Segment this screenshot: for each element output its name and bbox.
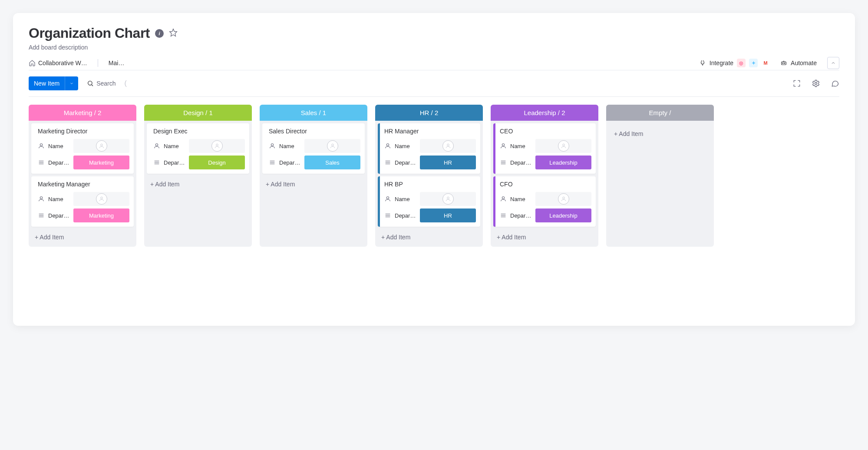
add-item-button[interactable]: + Add Item (147, 176, 249, 189)
search-icon (87, 80, 94, 87)
avatar-placeholder-icon (558, 193, 569, 205)
integration-icon-2: ✦ (749, 59, 758, 67)
kanban-card[interactable]: Sales Director Name Depart… Sales (262, 123, 365, 174)
svg-point-18 (216, 144, 218, 146)
tab-workspace-label: Collaborative W… (38, 60, 87, 66)
add-item-button[interactable]: + Add Item (262, 176, 365, 189)
gmail-icon: M (761, 59, 770, 67)
automate-label: Automate (791, 60, 817, 66)
svg-point-33 (447, 197, 449, 199)
column-header[interactable]: HR / 2 (375, 105, 483, 121)
list-icon (500, 212, 507, 219)
kanban-board: Marketing / 2 Marketing Director Name De… (29, 105, 839, 255)
add-item-button[interactable]: + Add Item (493, 229, 596, 242)
user-icon (500, 142, 507, 149)
chat-icon[interactable] (831, 79, 839, 88)
integrate-label: Integrate (710, 60, 733, 66)
new-item-dropdown[interactable] (65, 76, 78, 90)
integrate-button[interactable]: Integrate ◎ ✦ M (699, 59, 770, 67)
column-marketing: Marketing / 2 Marketing Director Name De… (29, 105, 136, 247)
integration-icon-1: ◎ (737, 59, 746, 67)
list-icon (500, 159, 507, 166)
robot-icon (780, 60, 787, 66)
name-field-value[interactable] (535, 192, 591, 206)
kanban-card[interactable]: CFO Name Depart… Leadership (493, 176, 596, 227)
chevron-up-icon (831, 60, 836, 66)
list-icon (38, 159, 45, 166)
user-icon (153, 142, 160, 149)
collapse-header-button[interactable] (827, 57, 839, 69)
name-field-label: Name (279, 143, 301, 149)
kanban-card[interactable]: Design Exec Name Depart… Design (147, 123, 249, 174)
avatar-placeholder-icon (327, 140, 338, 152)
svg-rect-1 (782, 62, 786, 65)
svg-point-42 (502, 197, 504, 199)
name-field-label: Name (510, 196, 532, 202)
board-description[interactable]: Add board description (29, 44, 839, 51)
dept-field-value[interactable]: Marketing (73, 156, 129, 169)
dept-field-value[interactable]: Leadership (535, 208, 591, 222)
svg-point-27 (386, 144, 389, 146)
svg-point-12 (40, 197, 42, 199)
new-item-button[interactable]: New Item (29, 76, 78, 90)
page-title: Organization Chart (29, 25, 150, 41)
automate-button[interactable]: Automate (780, 60, 817, 66)
name-field-value[interactable] (535, 139, 591, 153)
dept-field-label: Depart… (279, 159, 301, 166)
column-empty: Empty / + Add Item (606, 105, 714, 247)
svg-point-28 (447, 144, 449, 146)
dept-field-label: Depart… (510, 212, 532, 219)
kanban-card[interactable]: HR BP Name Depart… HR (378, 176, 480, 227)
column-header[interactable]: Empty / (606, 105, 714, 121)
user-icon (500, 195, 507, 202)
svg-point-22 (271, 144, 273, 146)
tab-workspace[interactable]: Collaborative W… (29, 56, 87, 70)
column-header[interactable]: Sales / 1 (260, 105, 367, 121)
name-field-label: Name (48, 143, 70, 149)
dept-field-value[interactable]: Leadership (535, 156, 591, 169)
search-button[interactable]: Search (87, 80, 116, 87)
name-field-value[interactable] (73, 192, 129, 206)
name-field-value[interactable] (189, 139, 245, 153)
user-icon (38, 195, 45, 202)
add-item-button[interactable]: + Add Item (378, 229, 480, 242)
kanban-card[interactable]: Marketing Director Name Depart… Marketin… (31, 123, 134, 174)
add-item-button[interactable]: + Add Item (609, 123, 711, 144)
svg-point-2 (782, 63, 783, 64)
user-icon (384, 142, 391, 149)
name-field-value[interactable] (420, 192, 476, 206)
column-leadership: Leadership / 2 CEO Name Depart… Leadersh… (491, 105, 598, 247)
name-field-value[interactable] (73, 139, 129, 153)
name-field-value[interactable] (304, 139, 360, 153)
card-title: Marketing Manager (38, 181, 129, 188)
card-title: CEO (500, 128, 591, 135)
gear-icon[interactable] (812, 79, 820, 88)
chevron-down-icon (69, 81, 74, 86)
star-icon[interactable] (169, 28, 178, 39)
dept-field-value[interactable]: Design (189, 156, 245, 169)
dept-field-value[interactable]: Marketing (73, 208, 129, 222)
add-item-button[interactable]: + Add Item (31, 229, 134, 242)
dept-field-value[interactable]: HR (420, 208, 476, 222)
tab-view[interactable]: Mai… (109, 56, 125, 70)
user-icon (384, 195, 391, 202)
kanban-card[interactable]: Marketing Manager Name Depart… Marketing (31, 176, 134, 227)
dept-field-label: Depart… (164, 159, 185, 166)
kanban-card[interactable]: HR Manager Name Depart… HR (378, 123, 480, 174)
name-field-value[interactable] (420, 139, 476, 153)
dept-field-value[interactable]: HR (420, 156, 476, 169)
card-title: HR BP (384, 181, 476, 188)
column-header[interactable]: Marketing / 2 (29, 105, 136, 121)
dept-field-value[interactable]: Sales (304, 156, 360, 169)
kanban-card[interactable]: CEO Name Depart… Leadership (493, 123, 596, 174)
svg-point-8 (100, 144, 102, 146)
dept-field-label: Depart… (395, 212, 416, 219)
name-field-label: Name (164, 143, 185, 149)
column-header[interactable]: Design / 1 (144, 105, 252, 121)
info-icon[interactable]: i (155, 29, 164, 38)
fullscreen-icon[interactable] (792, 79, 801, 88)
avatar-placeholder-icon (96, 193, 107, 205)
column-header[interactable]: Leadership / 2 (491, 105, 598, 121)
list-icon (269, 159, 276, 166)
list-icon (38, 212, 45, 219)
